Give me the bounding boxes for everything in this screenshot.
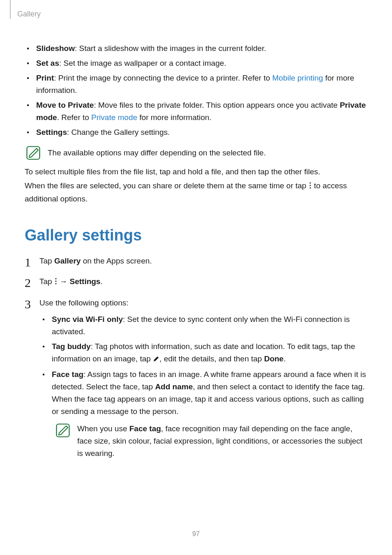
feature-desc: : Move files to the private folder. This… (94, 101, 340, 109)
feature-label: Move to Private (36, 101, 94, 109)
option-label: Tag buddy (52, 342, 91, 351)
feature-desc: for more information. (137, 113, 212, 122)
section-header: Gallery (17, 10, 367, 18)
feature-desc: : Set the image as wallpaper or a contac… (59, 59, 226, 67)
svg-point-3 (309, 187, 311, 189)
step-item: Use the following options: Sync via Wi-F… (25, 297, 367, 460)
side-rule (10, 0, 11, 19)
feature-desc: : Start a slideshow with the images in t… (75, 44, 266, 53)
svg-point-1 (309, 183, 311, 184)
feature-label: Settings (36, 128, 67, 136)
svg-point-4 (55, 278, 56, 280)
svg-point-2 (309, 185, 311, 186)
arrow-text: → (58, 277, 70, 286)
step-text: Tap (39, 277, 54, 286)
option-desc: . (284, 354, 286, 363)
note-icon (56, 423, 70, 437)
feature-label: Set as (36, 59, 59, 67)
note-text: The available options may differ dependi… (48, 147, 266, 159)
paragraph: When the files are selected, you can sha… (25, 180, 367, 205)
note-callout: When you use Face tag, face recognition … (39, 423, 367, 460)
heading-gallery-settings: Gallery settings (25, 227, 367, 244)
page-number: 97 (0, 530, 392, 538)
feature-label: Print (36, 74, 54, 82)
steps-list: Tap Gallery on the Apps screen. Tap → Se… (25, 255, 367, 460)
text: When the files are selected, you can sha… (25, 181, 309, 190)
options-list: Sync via Wi-Fi only: Set the device to s… (39, 313, 367, 418)
feature-desc: . Refer to (57, 113, 91, 122)
step-text: Use the following options: (39, 298, 129, 307)
list-item: Sync via Wi-Fi only: Set the device to s… (52, 313, 367, 338)
edit-icon (153, 354, 159, 366)
link-private-mode[interactable]: Private mode (91, 113, 137, 122)
option-label: Face tag (52, 370, 83, 379)
option-desc: , edit the details, and then tap (159, 354, 264, 363)
note-icon (26, 146, 40, 160)
step-item: Tap Gallery on the Apps screen. (25, 255, 367, 267)
link-mobile-printing[interactable]: Mobile printing (272, 74, 323, 82)
bold-text: Settings (69, 277, 100, 286)
note-text: When you use Face tag, face recognition … (77, 423, 367, 460)
bold-text: Face tag (129, 424, 161, 433)
more-options-icon (309, 180, 312, 193)
bold-text: Add name (155, 382, 193, 391)
feature-list: Slideshow: Start a slideshow with the im… (25, 42, 367, 139)
list-item: Face tag: Assign tags to faces in an ima… (52, 368, 367, 418)
list-item: Move to Private: Move files to the priva… (36, 99, 367, 124)
bold-text: Done (264, 354, 284, 363)
paragraph: To select multiple files from the file l… (25, 166, 367, 178)
more-options-icon (54, 276, 58, 289)
list-item: Tag buddy: Tag photos with information, … (52, 340, 367, 366)
step-text: on the Apps screen. (81, 257, 152, 265)
feature-label: Slideshow (36, 44, 75, 53)
list-item: Slideshow: Start a slideshow with the im… (36, 42, 367, 55)
list-item: Set as: Set the image as wallpaper or a … (36, 57, 367, 69)
note-callout: The available options may differ dependi… (25, 146, 367, 160)
svg-point-6 (55, 283, 56, 284)
step-text: Tap (39, 257, 54, 265)
list-item: Print: Print the image by connecting the… (36, 72, 367, 97)
feature-desc: : Print the image by connecting the devi… (54, 74, 272, 82)
step-item: Tap → Settings. (25, 275, 367, 289)
step-text: . (100, 277, 102, 286)
feature-desc: : Change the Gallery settings. (67, 128, 170, 136)
option-label: Sync via Wi-Fi only (52, 315, 123, 324)
text: When you use (77, 424, 129, 433)
list-item: Settings: Change the Gallery settings. (36, 126, 367, 139)
svg-point-5 (55, 281, 56, 282)
bold-text: Gallery (54, 257, 81, 265)
